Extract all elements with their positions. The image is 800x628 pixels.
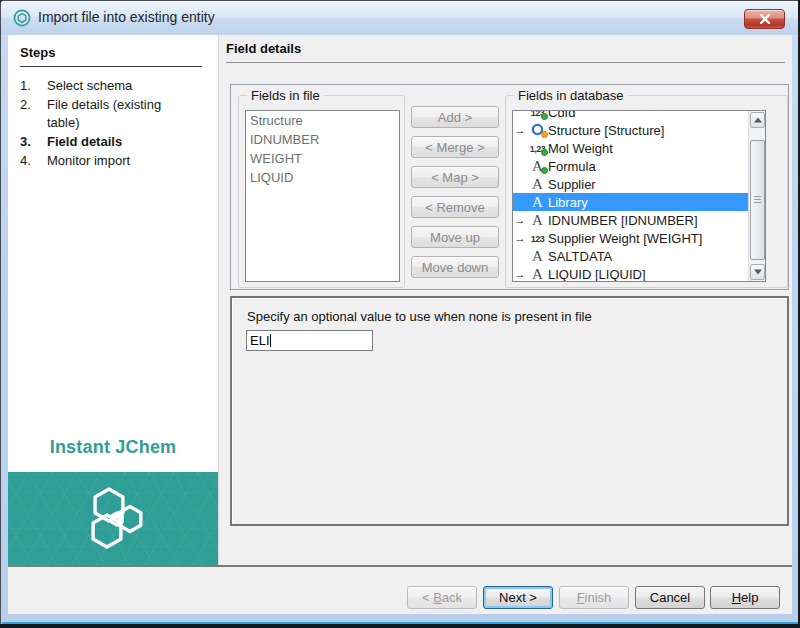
mapped-arrow-icon: → <box>513 124 527 136</box>
button-map[interactable]: < Map > <box>411 166 499 188</box>
wizard-sidebar: Steps 1.Select schema2.File details (exi… <box>8 35 218 565</box>
text-field-icon: A <box>527 247 548 265</box>
fields-in-database-list[interactable]: 123CdId→Structure [Structure]1,23Mol Wei… <box>512 110 766 282</box>
structure-icon <box>527 121 548 139</box>
text-caret <box>270 334 271 347</box>
optional-value-text: ELI <box>250 333 270 348</box>
numeric-field-icon: 123 <box>527 110 548 121</box>
import-wizard-window: Import file into existing entity Steps 1… <box>0 0 800 628</box>
close-button[interactable] <box>744 9 785 29</box>
button-label-part: elp <box>741 590 758 605</box>
vertical-scrollbar[interactable] <box>748 111 765 281</box>
db-field-text: Structure [Structure] <box>548 123 664 138</box>
brand-logo-box <box>8 472 218 565</box>
window-edge-bottom <box>0 624 800 628</box>
field-type-glyph: A <box>532 194 543 210</box>
field-type-glyph: A <box>532 176 543 192</box>
numeric-field-icon: 123 <box>527 229 548 247</box>
scroll-down-icon <box>754 270 762 275</box>
page-title: Field details <box>226 41 301 56</box>
button-label-part: < <box>422 590 433 605</box>
text-field-icon: A <box>527 265 548 282</box>
mapped-arrow-icon: → <box>513 214 527 226</box>
db-field-supplier-weight-weight[interactable]: →123Supplier Weight [WEIGHT] <box>513 229 749 247</box>
optional-value-panel: Specify an optional value to use when no… <box>230 296 789 526</box>
db-field-text: Supplier Weight [WEIGHT] <box>548 231 702 246</box>
dialog-client-area: Steps 1.Select schema2.File details (exi… <box>8 35 792 614</box>
mapped-arrow-icon: → <box>513 232 527 244</box>
db-field-cdid[interactable]: 123CdId <box>513 110 749 121</box>
button-add[interactable]: Add > <box>411 106 499 128</box>
db-field-mol-weight[interactable]: 1,23Mol Weight <box>513 139 749 157</box>
text-field-icon: A <box>527 157 548 175</box>
wizard-step-monitor-import: 4.Monitor import <box>20 152 212 170</box>
fields-in-file-label: Fields in file <box>247 88 324 103</box>
wizard-step-select-schema: 1.Select schema <box>20 77 212 95</box>
db-field-formula[interactable]: AFormula <box>513 157 749 175</box>
step-number: 1. <box>20 77 47 95</box>
help-button[interactable]: Help <box>710 586 780 609</box>
window-title: Import file into existing entity <box>38 1 215 34</box>
db-field-text: Mol Weight <box>548 141 613 156</box>
step-label: File details (existing table) <box>47 96 205 132</box>
db-field-saltdata[interactable]: ASALTDATA <box>513 247 749 265</box>
step-label: Monitor import <box>47 152 205 170</box>
orange-status-badge-icon <box>541 131 548 138</box>
button-label-part: inish <box>585 590 612 605</box>
step-number: 4. <box>20 152 47 170</box>
db-field-supplier[interactable]: ASupplier <box>513 175 749 193</box>
scroll-down-button[interactable] <box>750 264 765 280</box>
field-type-glyph: A <box>532 212 543 228</box>
scroll-up-button[interactable] <box>750 112 765 128</box>
button-remove[interactable]: < Remove <box>411 196 499 218</box>
optional-value-label: Specify an optional value to use when no… <box>247 309 592 324</box>
wizard-main-panel: Field details Fields in file StructureID… <box>218 35 792 565</box>
next-button[interactable]: Next > <box>483 586 553 609</box>
app-icon <box>13 9 31 27</box>
db-field-library[interactable]: ALibrary <box>513 193 749 211</box>
finish-button[interactable]: Finish <box>559 586 629 609</box>
wizard-footer: < BackNext >FinishCancelHelp <box>8 567 792 614</box>
scrollbar-thumb[interactable] <box>750 140 765 260</box>
wizard-step-field-details: 3.Field details <box>20 133 212 151</box>
green-status-badge-icon <box>541 167 548 174</box>
fields-in-database-group: Fields in database 123CdId→Structure [St… <box>505 95 788 288</box>
db-field-text: SALTDATA <box>548 249 612 264</box>
file-field-item[interactable]: LIQUID <box>246 168 399 187</box>
field-mapping-panel: Fields in file StructureIDNUMBERWEIGHTLI… <box>230 84 789 290</box>
step-label: Select schema <box>47 77 205 95</box>
green-status-badge-icon <box>541 149 548 156</box>
text-field-icon: A <box>527 175 548 193</box>
button-move-down[interactable]: Move down <box>411 256 499 278</box>
step-label: Field details <box>47 133 205 151</box>
mapped-arrow-icon: → <box>513 268 527 280</box>
field-type-glyph: A <box>532 248 543 264</box>
fields-in-file-list[interactable]: StructureIDNUMBERWEIGHTLIQUID <box>245 110 400 282</box>
db-field-text: IDNUMBER [IDNUMBER] <box>548 213 698 228</box>
cancel-button[interactable]: Cancel <box>635 586 705 609</box>
optional-value-input[interactable]: ELI <box>246 330 373 351</box>
file-field-item[interactable]: WEIGHT <box>246 149 399 168</box>
scroll-up-icon <box>754 118 762 123</box>
database-field-rows: 123CdId→Structure [Structure]1,23Mol Wei… <box>513 110 749 282</box>
fields-in-file-group: Fields in file StructureIDNUMBERWEIGHTLI… <box>238 95 405 288</box>
step-number: 2. <box>20 96 47 132</box>
jchem-hexagons-icon <box>74 480 152 558</box>
title-bar[interactable]: Import file into existing entity <box>1 1 799 35</box>
db-field-text: LIQUID [LIQUID] <box>548 267 646 282</box>
db-field-idnumber-idnumber[interactable]: →AIDNUMBER [IDNUMBER] <box>513 211 749 229</box>
button-move-up[interactable]: Move up <box>411 226 499 248</box>
file-field-item[interactable]: IDNUMBER <box>246 130 399 149</box>
file-field-item[interactable]: Structure <box>246 111 399 130</box>
db-field-text: CdId <box>548 110 575 120</box>
steps-list: 1.Select schema2.File details (existing … <box>20 77 212 171</box>
db-field-text: Supplier <box>548 177 596 192</box>
title-rule <box>226 62 785 63</box>
text-field-icon: A <box>527 193 548 211</box>
db-field-structure-structure[interactable]: →Structure [Structure] <box>513 121 749 139</box>
wizard-step-file-details-existing: 2.File details (existing table) <box>20 96 212 132</box>
db-field-liquid-liquid[interactable]: →ALIQUID [LIQUID] <box>513 265 749 282</box>
back-button[interactable]: < Back <box>407 586 477 609</box>
fields-in-database-label: Fields in database <box>514 88 628 103</box>
button-merge[interactable]: < Merge > <box>411 136 499 158</box>
